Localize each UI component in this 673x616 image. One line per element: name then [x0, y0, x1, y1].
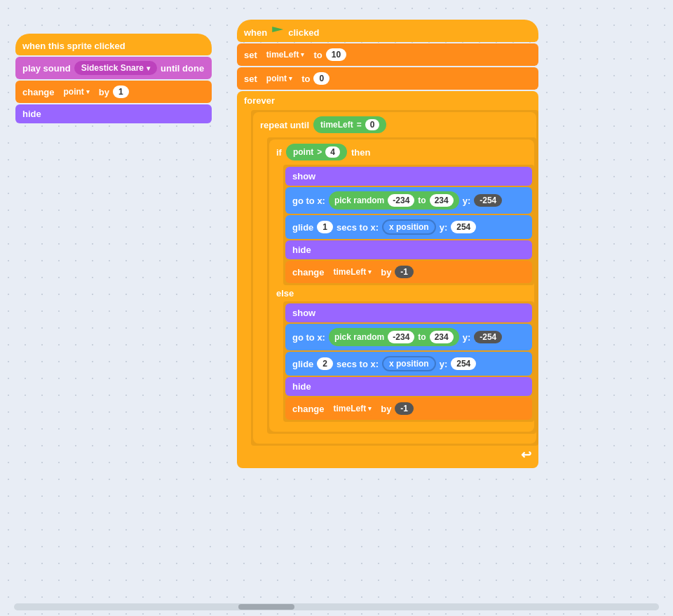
timeleft-change-pill-1[interactable]: timeLeft ▾	[328, 265, 378, 279]
hat-label: when this sprite clicked	[22, 41, 125, 51]
repeat-until-footer	[253, 434, 536, 439]
repeat-until-header: repeat until timeLeft = 0	[253, 112, 536, 137]
xposition-reporter-2: x position	[382, 356, 436, 371]
sound-name-pill[interactable]: Sidestick Snare ▾	[74, 61, 157, 75]
when-sprite-clicked-hat[interactable]: when this sprite clicked	[15, 34, 212, 55]
pick-random-1: pick random -234 to 234	[329, 191, 459, 210]
timeleft-change-pill-2[interactable]: timeLeft ▾	[328, 402, 378, 416]
if-else-block[interactable]: if point > 4 then	[269, 139, 534, 432]
scrollbar-thumb[interactable]	[238, 604, 294, 610]
pick-random-2: pick random -234 to 234	[329, 328, 459, 346]
left-script: when this sprite clicked play sound Side…	[15, 34, 212, 123]
if-header: if point > 4 then	[269, 139, 534, 165]
clicked-label: clicked	[288, 27, 319, 38]
play-sound-label: play sound	[22, 63, 71, 74]
play-sound-block[interactable]: play sound Sidestick Snare ▾ until done	[15, 57, 212, 79]
change-timeleft-1[interactable]: change timeLeft ▾ by -1	[285, 261, 532, 283]
sound-dropdown-arrow: ▾	[147, 64, 150, 72]
right-script: when clicked set timeLeft ▾ to 10 set po…	[237, 20, 538, 468]
goto-block-1[interactable]: go to x: pick random -234 to 234 y: -254	[285, 187, 532, 214]
hide-block-1[interactable]: hide	[285, 240, 532, 259]
change-timeleft-2[interactable]: change timeLeft ▾ by -1	[285, 397, 532, 420]
point-condition: point > 4	[286, 144, 347, 160]
until-done-label: until done	[161, 63, 204, 74]
goto1-y-val: -254	[474, 194, 502, 207]
hide-block-left[interactable]: hide	[15, 104, 212, 123]
else-body: show go to x: pick random -234 to	[283, 301, 534, 422]
set-point-block[interactable]: set point ▾ to 0	[237, 67, 538, 90]
by-label: by	[99, 87, 109, 97]
wrap-arrow: ↩	[237, 446, 538, 464]
set1-to: to	[313, 50, 322, 60]
set1-val: 10	[326, 48, 346, 61]
glide-block-2[interactable]: glide 2 secs to x: x position y: 254	[285, 352, 532, 376]
when-flag-clicked-hat[interactable]: when clicked	[237, 20, 538, 42]
change-label: change	[22, 87, 55, 97]
point-var-pill[interactable]: point ▾	[58, 85, 95, 99]
change-val: 1	[113, 85, 129, 98]
xposition-reporter-1: x position	[382, 219, 436, 235]
else-label: else	[269, 285, 534, 301]
then-body: show go to x: pick random -234 to	[283, 165, 534, 285]
hide-block-2[interactable]: hide	[285, 377, 532, 396]
set2-label: set	[244, 74, 257, 84]
set2-val: 0	[313, 72, 329, 85]
hide-label-left: hide	[22, 109, 41, 119]
glide-block-1[interactable]: glide 1 secs to x: x position y: 254	[285, 215, 532, 239]
set-timeleft-block[interactable]: set timeLeft ▾ to 10	[237, 43, 538, 66]
goto-block-2[interactable]: go to x: pick random -234 to 234 y: -254	[285, 324, 532, 350]
timeleft-condition: timeLeft = 0	[313, 116, 386, 133]
scrollbar[interactable]	[14, 603, 659, 610]
change-point-block[interactable]: change point ▾ by 1	[15, 81, 212, 103]
if-else-footer	[269, 422, 534, 429]
show-block-2[interactable]: show	[285, 303, 532, 322]
forever-header: forever	[237, 91, 538, 110]
goto2-y-val: -254	[474, 331, 502, 343]
set1-label: set	[244, 50, 257, 60]
set2-to: to	[301, 74, 310, 84]
show-block-1[interactable]: show	[285, 167, 532, 186]
timeleft-var-pill[interactable]: timeLeft ▾	[261, 48, 311, 62]
repeat-until-block[interactable]: repeat until timeLeft = 0	[253, 112, 536, 444]
flag-icon	[272, 27, 283, 38]
point-var-pill2[interactable]: point ▾	[261, 71, 298, 85]
when-label: when	[244, 27, 267, 38]
forever-block[interactable]: forever repeat until timeLeft = 0	[237, 91, 538, 468]
